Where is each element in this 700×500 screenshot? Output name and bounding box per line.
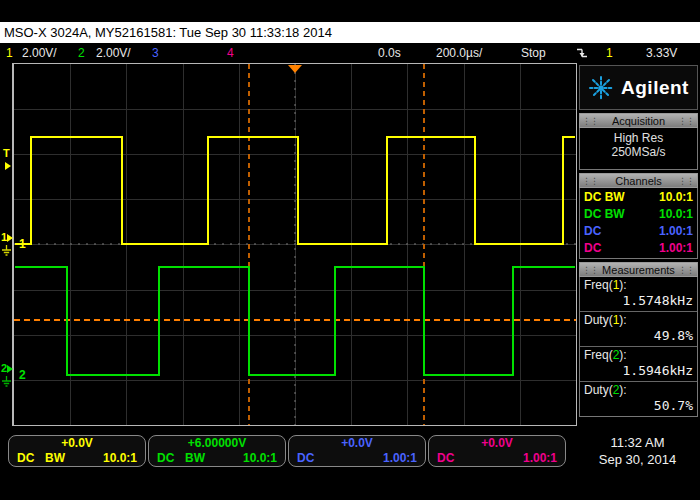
grip-icon: ⋮⋮ — [678, 264, 694, 277]
ch4-settings-box[interactable]: +0.0V DC 1.00:1 — [428, 435, 566, 467]
ch4-coupling: DC — [584, 240, 601, 257]
grip-icon: ⋮⋮ — [582, 175, 598, 188]
meas-suffix: ): — [619, 348, 626, 362]
ch3-offset: +0.0V — [289, 436, 425, 451]
current-time: 11:32 AM — [577, 434, 698, 451]
channel-row-3[interactable]: DC 1.00:1 — [580, 223, 697, 240]
ch2-ground-icon — [1, 376, 12, 388]
ch2-probe-label: 10.0:1 — [243, 451, 277, 466]
channel-row-4[interactable]: DC 1.00:1 — [580, 240, 697, 257]
grip-icon: ⋮⋮ — [582, 264, 598, 277]
ch2-offset: +6.00000V — [149, 436, 285, 451]
ch2-bw-limit: BW — [185, 451, 205, 466]
ch1-bw-limit: BW — [45, 451, 65, 466]
meas-suffix: ): — [619, 313, 626, 327]
ch1-coupling: DC BW — [584, 189, 625, 206]
grip-icon: ⋮⋮ — [678, 175, 694, 188]
ch4-offset: +0.0V — [429, 436, 565, 451]
status-timebase[interactable]: 200.0µs/ — [436, 43, 482, 63]
ch3-coupling-label: DC — [297, 451, 314, 466]
ch1-settings-box[interactable]: +0.0V DC BW 10.0:1 — [8, 435, 146, 467]
ch2-ground-label: 2 — [19, 368, 26, 382]
current-date: Sep 30, 2014 — [577, 451, 698, 468]
grip-icon: ⋮⋮ — [582, 115, 598, 128]
trigger-level-marker[interactable]: T — [3, 148, 15, 159]
status-ch4-number[interactable]: 4 — [227, 43, 234, 63]
ch2-coupling-label: DC — [157, 451, 174, 466]
channel-row-2[interactable]: DC BW 10.0:1 — [580, 206, 697, 223]
brand-name: Agilent — [621, 77, 689, 99]
status-run-state[interactable]: Stop — [521, 43, 546, 63]
ch1-ground-label: 1 — [19, 237, 26, 251]
agilent-spark-icon — [588, 75, 614, 101]
status-trigger-source[interactable]: 1 — [606, 43, 613, 63]
measurements-panel: Freq(1): 1.5748kHz Duty(1): 49.8% Freq(2… — [579, 277, 698, 417]
ch3-probe-label: 1.00:1 — [383, 451, 417, 466]
meas-suffix: ): — [619, 383, 626, 397]
acquisition-panel: High Res 250MSa/s — [579, 128, 698, 170]
status-ch1-scale[interactable]: 2.00V/ — [22, 43, 57, 63]
status-ch2-scale[interactable]: 2.00V/ — [96, 43, 131, 63]
edge-trigger-icon — [576, 46, 588, 66]
brand-panel: Agilent — [579, 65, 698, 110]
title-bar: MSO-X 3024A, MY52161581: Tue Sep 30 11:3… — [0, 22, 700, 43]
ch1-probe-ratio: 10.0:1 — [659, 189, 693, 206]
measurement-row[interactable]: Freq(1): 1.5748kHz — [580, 277, 697, 312]
ch4-probe-label: 1.00:1 — [523, 451, 557, 466]
sidebar: Agilent ⋮⋮ Acquisition ⋮⋮ High Res 250MS… — [579, 65, 698, 420]
ch3-settings-box[interactable]: +0.0V DC 1.00:1 — [288, 435, 426, 467]
status-ch2-number[interactable]: 2 — [78, 43, 85, 63]
meas-name: Duty( — [584, 313, 613, 327]
ch4-probe-ratio: 1.00:1 — [659, 240, 693, 257]
waveform-display: 1 2 — [12, 63, 577, 426]
ch4-coupling-label: DC — [437, 451, 454, 466]
measurements-title: Measurements — [602, 264, 675, 276]
measurements-panel-header[interactable]: ⋮⋮ Measurements ⋮⋮ — [579, 262, 698, 277]
acquisition-title: Acquisition — [612, 115, 665, 127]
ch1-coupling-label: DC — [17, 451, 34, 466]
status-ch3-number[interactable]: 3 — [152, 43, 159, 63]
status-trigger-level[interactable]: 3.33V — [646, 43, 677, 63]
measurement-row[interactable]: Freq(2): 1.5946kHz — [580, 347, 697, 382]
meas-name: Duty( — [584, 383, 613, 397]
ch2-coupling: DC BW — [584, 206, 625, 223]
status-ch1-number[interactable]: 1 — [6, 43, 13, 63]
channels-title: Channels — [615, 175, 661, 187]
oscilloscope-screen: { "colors":{"ch1":"#ffff00","ch2":"#00e0… — [0, 0, 700, 500]
meas-value: 1.5946kHz — [584, 363, 693, 379]
meas-value: 50.7% — [584, 398, 693, 414]
ch2-probe-ratio: 10.0:1 — [659, 206, 693, 223]
measurement-row[interactable]: Duty(1): 49.8% — [580, 312, 697, 347]
meas-name: Freq( — [584, 348, 613, 362]
status-delay[interactable]: 0.0s — [378, 43, 401, 63]
ch1-offset: +0.0V — [9, 436, 145, 451]
meas-value: 49.8% — [584, 328, 693, 344]
measurement-row[interactable]: Duty(2): 50.7% — [580, 382, 697, 416]
meas-value: 1.5748kHz — [584, 293, 693, 309]
meas-name: Freq( — [584, 278, 613, 292]
acquisition-panel-header[interactable]: ⋮⋮ Acquisition ⋮⋮ — [579, 113, 698, 128]
meas-suffix: ): — [619, 278, 626, 292]
ch2-reference-marker[interactable]: 2 — [1, 363, 13, 374]
sample-rate: 250MSa/s — [580, 145, 697, 159]
trigger-level-label: T — [3, 147, 10, 159]
trigger-position-marker[interactable] — [288, 65, 302, 73]
status-bar: 1 2.00V/ 2 2.00V/ 3 4 0.0s 200.0µs/ Stop… — [0, 43, 700, 63]
channels-panel: DC BW 10.0:1 DC BW 10.0:1 DC 1.00:1 DC 1… — [579, 188, 698, 259]
channel-row-1[interactable]: DC BW 10.0:1 — [580, 189, 697, 206]
ch3-probe-ratio: 1.00:1 — [659, 223, 693, 240]
channels-panel-header[interactable]: ⋮⋮ Channels ⋮⋮ — [579, 173, 698, 188]
ch3-coupling: DC — [584, 223, 601, 240]
ch1-probe-label: 10.0:1 — [103, 451, 137, 466]
ch2-settings-box[interactable]: +6.00000V DC BW 10.0:1 — [148, 435, 286, 467]
acquisition-mode: High Res — [580, 131, 697, 145]
clock: 11:32 AM Sep 30, 2014 — [577, 434, 698, 468]
ch1-reference-marker[interactable]: 1 — [1, 232, 13, 243]
grip-icon: ⋮⋮ — [678, 115, 694, 128]
ch1-ground-icon — [1, 245, 12, 257]
